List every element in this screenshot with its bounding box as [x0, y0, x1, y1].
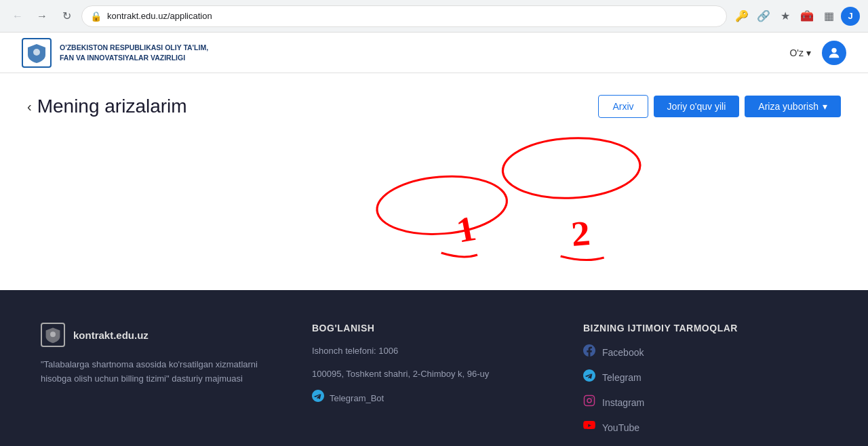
lock-icon: 🔒	[90, 11, 102, 22]
contact-address: 100095, Toshkent shahri, 2-Chimboy k, 96…	[312, 367, 556, 381]
telegram-icon	[583, 369, 595, 385]
profile-avatar[interactable]: J	[841, 7, 860, 26]
back-button[interactable]: ‹	[27, 99, 32, 115]
ariza-arrow: ▾	[823, 101, 827, 112]
facebook-icon	[583, 344, 595, 360]
telegram-label: Telegram	[602, 372, 642, 383]
youtube-link[interactable]: YouTube	[583, 420, 827, 435]
boglanish-title: BOG'LANISH	[312, 323, 556, 333]
instagram-link[interactable]: Instagram	[583, 394, 827, 410]
bookmark-icon[interactable]: ★	[776, 7, 795, 26]
ariza-label: Ariza yuborish	[758, 101, 818, 112]
content-area: ‹ Mening arizalarim Arxiv Joriy o'quv yi…	[0, 73, 868, 290]
footer-social: BIZNING IJTIMOIY TARMOQLAR Facebook	[583, 323, 827, 445]
footer-description: "Talabalarga shartnoma asosida ko'rsatil…	[41, 358, 285, 386]
footer-main: kontrakt.edu.uz "Talabalarga shartnoma a…	[41, 323, 827, 445]
footer-site-name: kontrakt.edu.uz	[73, 329, 149, 341]
svg-point-3	[501, 135, 642, 201]
address-bar[interactable]: 🔒 kontrakt.edu.uz/application	[81, 5, 727, 27]
lang-label: O'z	[789, 47, 804, 58]
svg-point-8	[587, 399, 591, 403]
telegram-bot-label: Telegram_Bot	[330, 392, 384, 405]
social-title: BIZNING IJTIMOIY TARMOQLAR	[583, 323, 827, 333]
key-icon[interactable]: 🔑	[732, 7, 751, 26]
lang-arrow: ▾	[806, 47, 811, 58]
top-nav: O'ZBEKISTON RESPUBLIKASI OLIY TA'LIM, FA…	[0, 33, 868, 73]
telegram-bot-icon	[312, 390, 324, 407]
svg-rect-7	[585, 396, 595, 406]
share-icon[interactable]: 🔗	[754, 7, 773, 26]
svg-text:2: 2	[570, 213, 592, 254]
ministry-name: O'ZBEKISTON RESPUBLIKASI OLIY TA'LIM, FA…	[60, 43, 209, 62]
svg-point-2	[374, 171, 509, 239]
page-title: Mening arizalarim	[37, 96, 187, 117]
contact-phone: Ishonch telefoni: 1006	[312, 344, 556, 358]
facebook-link[interactable]: Facebook	[583, 344, 827, 360]
footer-logo-row: kontrakt.edu.uz	[41, 323, 285, 347]
reload-button[interactable]: ↻	[57, 7, 76, 26]
nav-right: O'z ▾	[789, 41, 846, 65]
page-title-area: ‹ Mening arizalarim	[27, 96, 187, 117]
annotation-overlay: 1 2	[0, 127, 868, 304]
layout-icon[interactable]: ▦	[819, 7, 838, 26]
svg-point-9	[591, 397, 593, 399]
extensions-icon[interactable]: 🧰	[797, 7, 816, 26]
user-avatar[interactable]	[822, 41, 846, 65]
footer-brand: kontrakt.edu.uz "Talabalarga shartnoma a…	[41, 323, 285, 445]
facebook-label: Facebook	[602, 347, 644, 358]
footer: kontrakt.edu.uz "Talabalarga shartnoma a…	[0, 290, 868, 446]
language-selector[interactable]: O'z ▾	[789, 47, 811, 58]
page-header: ‹ Mening arizalarim Arxiv Joriy o'quv yi…	[27, 95, 841, 118]
telegram-link[interactable]: Telegram	[583, 369, 827, 385]
svg-point-1	[831, 47, 836, 52]
ministry-logo	[22, 38, 52, 68]
instagram-icon	[583, 394, 595, 410]
svg-point-6	[50, 331, 56, 337]
header-buttons: Arxiv Joriy o'quv yili Ariza yuborish ▾	[598, 95, 841, 118]
youtube-label: YouTube	[602, 422, 639, 433]
instagram-label: Instagram	[602, 397, 644, 408]
browser-chrome: ← → ↻ 🔒 kontrakt.edu.uz/application 🔑 🔗 …	[0, 0, 868, 33]
joriy-oquv-yili-button[interactable]: Joriy o'quv yili	[654, 96, 740, 117]
url-text: kontrakt.edu.uz/application	[107, 11, 212, 21]
svg-point-0	[33, 49, 40, 56]
back-button[interactable]: ←	[8, 7, 27, 26]
contact-telegram: Telegram_Bot	[312, 390, 556, 407]
footer-contact: BOG'LANISH Ishonch telefoni: 1006 100095…	[312, 323, 556, 445]
footer-logo-icon	[41, 323, 65, 347]
browser-actions: 🔑 🔗 ★ 🧰 ▦ J	[732, 7, 860, 26]
arxiv-button[interactable]: Arxiv	[598, 95, 648, 118]
forward-button[interactable]: →	[33, 7, 52, 26]
youtube-icon	[583, 420, 595, 435]
logo-area: O'ZBEKISTON RESPUBLIKASI OLIY TA'LIM, FA…	[22, 38, 209, 68]
page-wrapper: O'ZBEKISTON RESPUBLIKASI OLIY TA'LIM, FA…	[0, 33, 868, 446]
svg-text:1: 1	[453, 209, 479, 251]
ariza-yuborish-button[interactable]: Ariza yuborish ▾	[745, 96, 841, 117]
